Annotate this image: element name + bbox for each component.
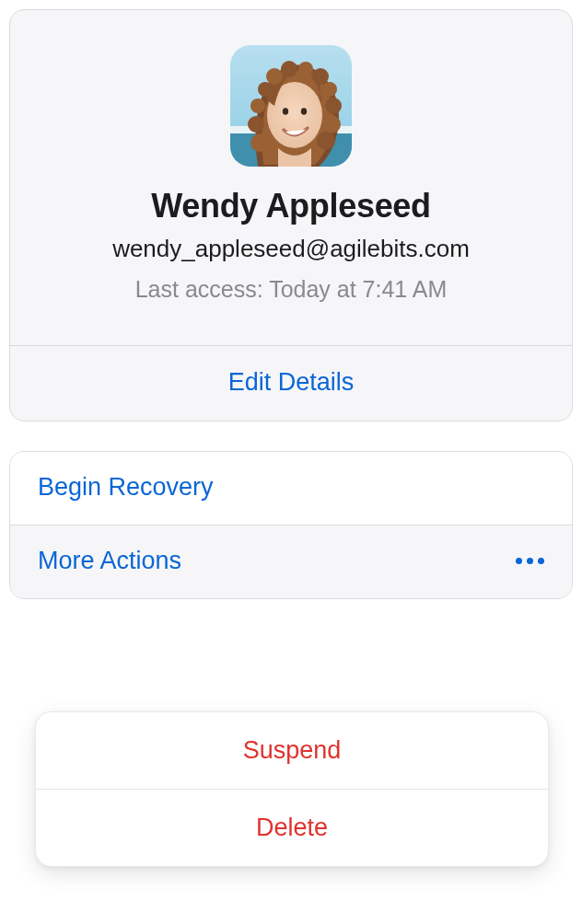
svg-point-17 — [250, 133, 269, 152]
user-email: wendy_appleseed@agilebits.com — [38, 235, 544, 263]
svg-point-14 — [317, 132, 335, 150]
avatar — [230, 45, 352, 167]
suspend-label: Suspend — [243, 736, 342, 764]
profile-header: Wendy Appleseed wendy_appleseed@agilebit… — [10, 10, 572, 345]
suspend-button[interactable]: Suspend — [36, 712, 548, 789]
ellipsis-icon — [516, 558, 544, 564]
more-actions-menu: Suspend Delete — [35, 711, 549, 867]
delete-button[interactable]: Delete — [36, 789, 548, 866]
svg-point-4 — [283, 108, 288, 115]
svg-point-13 — [322, 115, 341, 133]
user-name: Wendy Appleseed — [38, 187, 544, 225]
svg-point-11 — [322, 82, 337, 97]
begin-recovery-button[interactable]: Begin Recovery — [10, 452, 572, 525]
more-actions-button[interactable]: More Actions — [10, 525, 572, 598]
last-access-text: Last access: Today at 7:41 AM — [38, 276, 544, 303]
svg-point-15 — [250, 98, 265, 113]
edit-details-button[interactable]: Edit Details — [10, 345, 572, 421]
edit-details-label: Edit Details — [228, 368, 355, 396]
profile-card: Wendy Appleseed wendy_appleseed@agilebit… — [9, 9, 573, 422]
svg-point-6 — [258, 82, 273, 97]
svg-point-9 — [298, 62, 313, 76]
begin-recovery-label: Begin Recovery — [38, 473, 214, 502]
delete-label: Delete — [256, 814, 328, 841]
svg-point-10 — [312, 68, 329, 85]
svg-point-16 — [248, 116, 264, 133]
svg-point-7 — [266, 68, 283, 85]
svg-point-5 — [301, 108, 307, 115]
more-actions-label: More Actions — [38, 547, 181, 575]
svg-point-12 — [325, 98, 342, 114]
svg-point-8 — [281, 61, 297, 77]
actions-card: Begin Recovery More Actions — [9, 451, 573, 599]
